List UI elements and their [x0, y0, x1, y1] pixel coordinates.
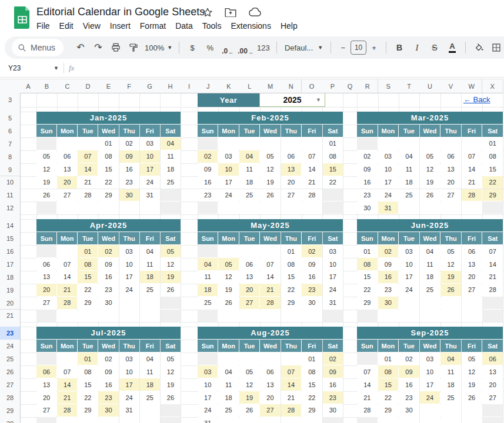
row-header-18[interactable]: 18 — [0, 271, 21, 284]
date-cell[interactable]: 25 — [440, 391, 461, 404]
empty-cell[interactable] — [57, 137, 77, 150]
date-cell[interactable]: 02 — [323, 352, 343, 365]
column-header-G[interactable]: G — [139, 79, 161, 93]
column-header-B[interactable]: B — [36, 79, 58, 93]
date-cell[interactable]: 20 — [440, 176, 461, 189]
date-cell[interactable]: 22 — [78, 391, 98, 404]
date-cell[interactable]: 22 — [78, 284, 98, 296]
date-cell[interactable]: 15 — [78, 378, 98, 391]
google-sheets-logo[interactable] — [14, 6, 31, 29]
date-cell[interactable]: 11 — [218, 378, 238, 391]
date-cell[interactable]: 21 — [357, 391, 378, 404]
date-cell[interactable]: 01 — [357, 245, 378, 257]
date-cell[interactable]: 25 — [420, 284, 440, 296]
date-cell[interactable]: 09 — [98, 258, 118, 270]
date-cell[interactable]: 19 — [36, 176, 56, 189]
row-header-8[interactable]: 8 — [0, 150, 21, 164]
empty-cell[interactable] — [78, 310, 98, 322]
date-cell[interactable]: 25 — [399, 189, 419, 202]
empty-cell[interactable] — [281, 202, 301, 214]
borders-button[interactable] — [489, 40, 504, 55]
empty-cell[interactable] — [378, 310, 399, 322]
date-cell[interactable]: 17 — [323, 271, 343, 283]
date-cell[interactable]: 21 — [482, 271, 503, 283]
empty-cell[interactable] — [36, 245, 56, 257]
date-cell[interactable]: 14 — [482, 258, 503, 270]
empty-cell[interactable] — [281, 137, 301, 150]
menu-data[interactable]: Data — [171, 19, 198, 32]
row-header-19[interactable]: 19 — [0, 284, 21, 297]
column-header-X[interactable]: X — [482, 79, 503, 93]
empty-cell[interactable] — [302, 202, 322, 214]
column-header-I[interactable]: I — [181, 79, 198, 93]
date-cell[interactable]: 03 — [420, 352, 440, 365]
empty-cell[interactable] — [281, 310, 301, 322]
date-cell[interactable]: 10 — [399, 258, 419, 270]
date-cell[interactable]: 21 — [281, 391, 301, 404]
date-cell[interactable]: 14 — [78, 163, 98, 176]
date-cell[interactable]: 28 — [57, 297, 77, 309]
date-cell[interactable]: 27 — [57, 189, 77, 202]
date-cell[interactable]: 29 — [78, 404, 98, 417]
date-cell[interactable]: 15 — [281, 271, 301, 283]
row-header-10[interactable]: 10 — [0, 176, 21, 190]
row-header-29[interactable]: 29 — [0, 404, 21, 418]
date-cell[interactable]: 06 — [36, 258, 56, 270]
empty-cell[interactable] — [140, 417, 160, 423]
move-to-folder-icon[interactable] — [225, 8, 236, 17]
empty-cell[interactable] — [218, 137, 238, 150]
date-cell[interactable]: 27 — [36, 297, 56, 309]
date-cell[interactable]: 28 — [462, 189, 482, 202]
date-cell[interactable]: 17 — [119, 378, 139, 391]
empty-cell[interactable] — [218, 417, 238, 423]
select-all-corner[interactable] — [0, 79, 21, 93]
empty-cell[interactable] — [357, 352, 378, 365]
date-cell[interactable]: 06 — [462, 245, 482, 257]
empty-cell[interactable] — [420, 137, 440, 150]
column-header-L[interactable]: L — [239, 79, 261, 93]
date-cell[interactable]: 10 — [119, 258, 139, 270]
date-cell[interactable]: 26 — [260, 189, 280, 202]
date-cell[interactable]: 04 — [198, 258, 218, 270]
date-cell[interactable]: 05 — [161, 245, 181, 257]
empty-cell[interactable] — [302, 310, 322, 322]
date-cell[interactable]: 29 — [357, 297, 378, 309]
date-cell[interactable]: 19 — [218, 284, 238, 296]
date-cell[interactable]: 13 — [482, 365, 503, 378]
date-cell[interactable]: 05 — [36, 150, 56, 163]
date-cell[interactable]: 07 — [281, 365, 301, 378]
date-cell[interactable]: 24 — [399, 284, 419, 296]
date-cell[interactable]: 23 — [378, 284, 399, 296]
empty-cell[interactable] — [36, 137, 56, 150]
date-cell[interactable]: 26 — [161, 391, 181, 404]
date-cell[interactable]: 20 — [36, 391, 56, 404]
fill-color-button[interactable] — [471, 40, 486, 55]
date-cell[interactable]: 28 — [260, 297, 280, 309]
date-cell[interactable]: 18 — [140, 271, 160, 283]
date-cell[interactable]: 05 — [161, 352, 181, 365]
menu-edit[interactable]: Edit — [55, 19, 78, 32]
date-cell[interactable]: 19 — [161, 378, 181, 391]
empty-cell[interactable] — [140, 297, 160, 309]
date-cell[interactable]: 27 — [482, 391, 503, 404]
empty-cell[interactable] — [198, 137, 218, 150]
date-cell[interactable]: 11 — [420, 258, 440, 270]
empty-cell[interactable] — [36, 417, 56, 423]
date-cell[interactable]: 15 — [98, 163, 118, 176]
date-cell[interactable]: 17 — [378, 176, 399, 189]
column-header-U[interactable]: U — [419, 79, 440, 93]
date-cell[interactable]: 02 — [399, 352, 419, 365]
format-percent-button[interactable]: % — [202, 40, 218, 55]
row-header-24[interactable]: 24 — [0, 340, 21, 353]
empty-cell[interactable] — [462, 202, 482, 214]
date-cell[interactable]: 22 — [281, 284, 301, 296]
column-header-Q[interactable]: Q — [343, 79, 358, 93]
row-header-7[interactable]: 7 — [0, 137, 21, 151]
date-cell[interactable]: 09 — [357, 163, 378, 176]
empty-cell[interactable] — [78, 137, 98, 150]
date-cell[interactable]: 20 — [462, 271, 482, 283]
empty-cell[interactable] — [357, 137, 378, 150]
menu-format[interactable]: Format — [135, 19, 171, 32]
date-cell[interactable]: 06 — [57, 150, 77, 163]
empty-cell[interactable] — [98, 310, 118, 322]
